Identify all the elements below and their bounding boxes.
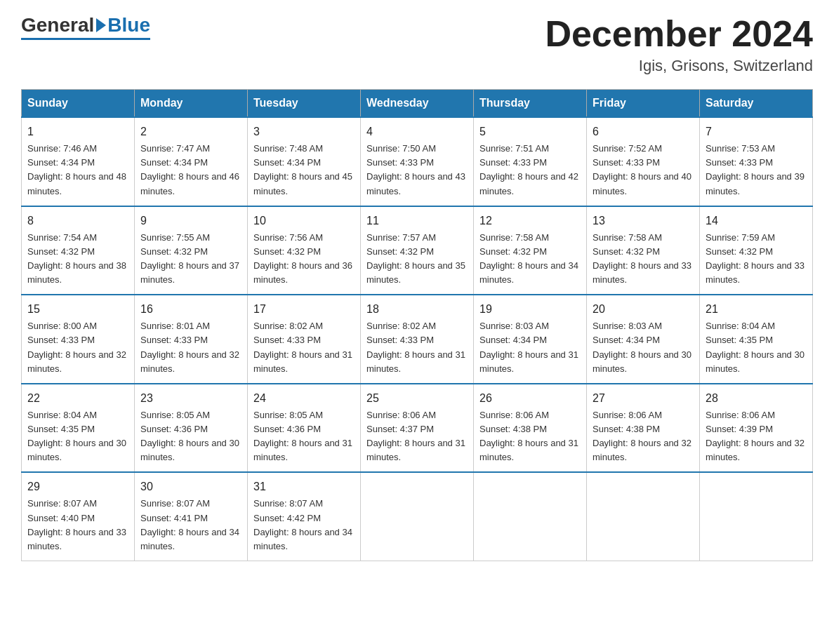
day-number: 27 bbox=[593, 390, 694, 407]
week-row-3: 15Sunrise: 8:00 AMSunset: 4:33 PMDayligh… bbox=[22, 295, 813, 384]
day-info: Sunrise: 8:05 AMSunset: 4:36 PMDaylight:… bbox=[140, 408, 241, 465]
week-row-1: 1Sunrise: 7:46 AMSunset: 4:34 PMDaylight… bbox=[22, 117, 813, 206]
day-number: 8 bbox=[27, 213, 128, 229]
day-number: 22 bbox=[27, 390, 128, 407]
day-number: 16 bbox=[140, 301, 241, 318]
col-tuesday: Tuesday bbox=[248, 90, 361, 118]
day-info: Sunrise: 8:02 AMSunset: 4:33 PMDaylight:… bbox=[366, 319, 468, 376]
day-info: Sunrise: 8:04 AMSunset: 4:35 PMDaylight:… bbox=[706, 319, 807, 376]
day-info: Sunrise: 7:52 AMSunset: 4:33 PMDaylight:… bbox=[593, 142, 694, 199]
day-cell: 2Sunrise: 7:47 AMSunset: 4:34 PMDaylight… bbox=[135, 117, 248, 206]
day-cell: 18Sunrise: 8:02 AMSunset: 4:33 PMDayligh… bbox=[361, 295, 474, 384]
day-number: 23 bbox=[140, 390, 241, 407]
day-cell: 26Sunrise: 8:06 AMSunset: 4:38 PMDayligh… bbox=[474, 384, 587, 473]
day-info: Sunrise: 8:06 AMSunset: 4:37 PMDaylight:… bbox=[366, 408, 468, 465]
day-cell: 11Sunrise: 7:57 AMSunset: 4:32 PMDayligh… bbox=[361, 206, 474, 295]
location-text: Igis, Grisons, Switzerland bbox=[545, 57, 813, 75]
day-cell: 12Sunrise: 7:58 AMSunset: 4:32 PMDayligh… bbox=[474, 206, 587, 295]
col-wednesday: Wednesday bbox=[361, 90, 474, 118]
day-number: 14 bbox=[706, 213, 807, 229]
day-cell: 5Sunrise: 7:51 AMSunset: 4:33 PMDaylight… bbox=[474, 117, 587, 206]
header-row: Sunday Monday Tuesday Wednesday Thursday… bbox=[22, 90, 813, 118]
day-info: Sunrise: 7:50 AMSunset: 4:33 PMDaylight:… bbox=[366, 142, 468, 199]
day-number: 1 bbox=[27, 123, 128, 140]
day-number: 18 bbox=[366, 301, 468, 318]
day-number: 3 bbox=[253, 123, 355, 140]
day-info: Sunrise: 7:48 AMSunset: 4:34 PMDaylight:… bbox=[253, 142, 355, 199]
day-cell: 21Sunrise: 8:04 AMSunset: 4:35 PMDayligh… bbox=[700, 295, 813, 384]
day-cell: 19Sunrise: 8:03 AMSunset: 4:34 PMDayligh… bbox=[474, 295, 587, 384]
day-number: 6 bbox=[593, 123, 694, 140]
day-cell: 27Sunrise: 8:06 AMSunset: 4:38 PMDayligh… bbox=[587, 384, 700, 473]
day-info: Sunrise: 8:03 AMSunset: 4:34 PMDaylight:… bbox=[593, 319, 694, 376]
day-cell: 13Sunrise: 7:58 AMSunset: 4:32 PMDayligh… bbox=[587, 206, 700, 295]
day-cell: 1Sunrise: 7:46 AMSunset: 4:34 PMDaylight… bbox=[22, 117, 135, 206]
day-number: 20 bbox=[593, 301, 694, 318]
day-cell: 6Sunrise: 7:52 AMSunset: 4:33 PMDaylight… bbox=[587, 117, 700, 206]
day-number: 10 bbox=[253, 213, 355, 229]
day-info: Sunrise: 7:58 AMSunset: 4:32 PMDaylight:… bbox=[593, 231, 694, 288]
day-info: Sunrise: 7:53 AMSunset: 4:33 PMDaylight:… bbox=[706, 142, 807, 199]
day-cell: 9Sunrise: 7:55 AMSunset: 4:32 PMDaylight… bbox=[135, 206, 248, 295]
col-monday: Monday bbox=[135, 90, 248, 118]
day-cell bbox=[474, 472, 587, 561]
day-info: Sunrise: 8:00 AMSunset: 4:33 PMDaylight:… bbox=[27, 319, 128, 376]
week-row-4: 22Sunrise: 8:04 AMSunset: 4:35 PMDayligh… bbox=[22, 384, 813, 473]
day-number: 13 bbox=[593, 213, 694, 229]
day-number: 9 bbox=[140, 213, 241, 229]
day-info: Sunrise: 8:04 AMSunset: 4:35 PMDaylight:… bbox=[27, 408, 128, 465]
day-cell bbox=[361, 472, 474, 561]
day-cell bbox=[700, 472, 813, 561]
day-cell: 4Sunrise: 7:50 AMSunset: 4:33 PMDaylight… bbox=[361, 117, 474, 206]
day-number: 17 bbox=[253, 301, 355, 318]
day-info: Sunrise: 7:57 AMSunset: 4:32 PMDaylight:… bbox=[366, 231, 468, 288]
day-cell: 7Sunrise: 7:53 AMSunset: 4:33 PMDaylight… bbox=[700, 117, 813, 206]
day-cell: 20Sunrise: 8:03 AMSunset: 4:34 PMDayligh… bbox=[587, 295, 700, 384]
day-info: Sunrise: 7:56 AMSunset: 4:32 PMDaylight:… bbox=[253, 231, 355, 288]
day-cell: 14Sunrise: 7:59 AMSunset: 4:32 PMDayligh… bbox=[700, 206, 813, 295]
col-saturday: Saturday bbox=[700, 90, 813, 118]
day-info: Sunrise: 8:07 AMSunset: 4:42 PMDaylight:… bbox=[253, 497, 355, 554]
day-number: 29 bbox=[27, 478, 128, 495]
day-cell: 28Sunrise: 8:06 AMSunset: 4:39 PMDayligh… bbox=[700, 384, 813, 473]
day-info: Sunrise: 7:46 AMSunset: 4:34 PMDaylight:… bbox=[27, 142, 128, 199]
col-thursday: Thursday bbox=[474, 90, 587, 118]
day-cell: 29Sunrise: 8:07 AMSunset: 4:40 PMDayligh… bbox=[22, 472, 135, 561]
col-sunday: Sunday bbox=[22, 90, 135, 118]
logo-arrow-icon bbox=[96, 18, 106, 32]
day-number: 25 bbox=[366, 390, 468, 407]
day-number: 30 bbox=[140, 478, 241, 495]
day-info: Sunrise: 8:01 AMSunset: 4:33 PMDaylight:… bbox=[140, 319, 241, 376]
day-info: Sunrise: 7:51 AMSunset: 4:33 PMDaylight:… bbox=[479, 142, 581, 199]
day-cell: 15Sunrise: 8:00 AMSunset: 4:33 PMDayligh… bbox=[22, 295, 135, 384]
day-info: Sunrise: 8:03 AMSunset: 4:34 PMDaylight:… bbox=[479, 319, 581, 376]
day-info: Sunrise: 7:54 AMSunset: 4:32 PMDaylight:… bbox=[27, 231, 128, 288]
day-info: Sunrise: 7:58 AMSunset: 4:32 PMDaylight:… bbox=[479, 231, 581, 288]
day-number: 26 bbox=[479, 390, 581, 407]
week-row-5: 29Sunrise: 8:07 AMSunset: 4:40 PMDayligh… bbox=[22, 472, 813, 561]
day-number: 11 bbox=[366, 213, 468, 229]
logo-underline bbox=[21, 38, 150, 40]
day-number: 12 bbox=[479, 213, 581, 229]
day-info: Sunrise: 8:07 AMSunset: 4:41 PMDaylight:… bbox=[140, 497, 241, 554]
day-cell: 17Sunrise: 8:02 AMSunset: 4:33 PMDayligh… bbox=[248, 295, 361, 384]
day-number: 4 bbox=[366, 123, 468, 140]
day-cell: 24Sunrise: 8:05 AMSunset: 4:36 PMDayligh… bbox=[248, 384, 361, 473]
day-info: Sunrise: 7:47 AMSunset: 4:34 PMDaylight:… bbox=[140, 142, 241, 199]
page-header: General Blue December 2024 Igis, Grisons… bbox=[21, 14, 813, 75]
day-number: 21 bbox=[706, 301, 807, 318]
day-cell: 22Sunrise: 8:04 AMSunset: 4:35 PMDayligh… bbox=[22, 384, 135, 473]
day-number: 7 bbox=[706, 123, 807, 140]
day-cell: 10Sunrise: 7:56 AMSunset: 4:32 PMDayligh… bbox=[248, 206, 361, 295]
day-cell: 25Sunrise: 8:06 AMSunset: 4:37 PMDayligh… bbox=[361, 384, 474, 473]
day-info: Sunrise: 7:59 AMSunset: 4:32 PMDaylight:… bbox=[706, 231, 807, 288]
week-row-2: 8Sunrise: 7:54 AMSunset: 4:32 PMDaylight… bbox=[22, 206, 813, 295]
logo: General Blue bbox=[21, 14, 150, 40]
day-number: 5 bbox=[479, 123, 581, 140]
day-cell: 16Sunrise: 8:01 AMSunset: 4:33 PMDayligh… bbox=[135, 295, 248, 384]
day-cell bbox=[587, 472, 700, 561]
logo-blue-text: Blue bbox=[107, 14, 150, 36]
day-number: 24 bbox=[253, 390, 355, 407]
day-cell: 23Sunrise: 8:05 AMSunset: 4:36 PMDayligh… bbox=[135, 384, 248, 473]
day-info: Sunrise: 8:06 AMSunset: 4:38 PMDaylight:… bbox=[593, 408, 694, 465]
